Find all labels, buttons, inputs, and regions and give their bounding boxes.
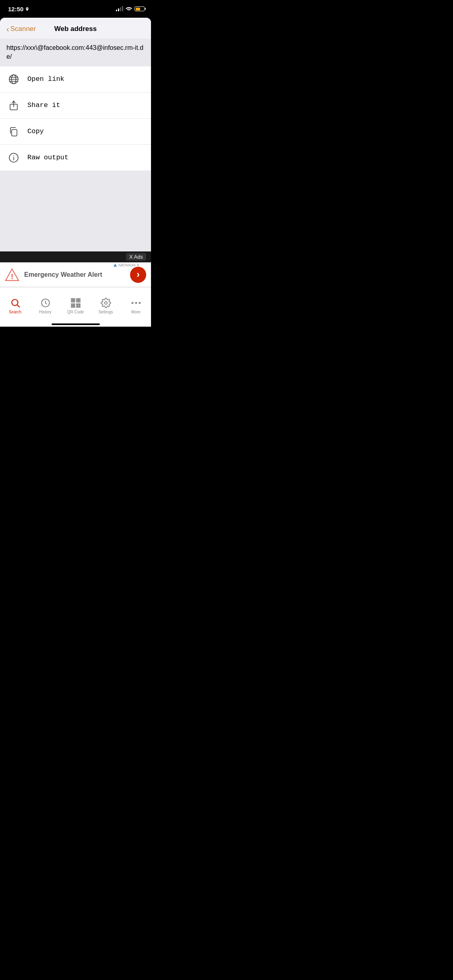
page-title: Web address	[54, 25, 97, 33]
qrcode-tab-icon	[70, 298, 81, 308]
svg-rect-22	[72, 305, 74, 306]
ad-close-row: X Ads	[0, 251, 151, 262]
close-ads-button[interactable]: X Ads	[126, 253, 146, 261]
nav-bar: ‹ Scanner Web address	[0, 18, 151, 39]
open-link-item[interactable]: Open link	[0, 66, 151, 93]
tab-qrcode[interactable]: QR Code	[60, 287, 91, 320]
back-label: Scanner	[10, 25, 36, 33]
history-tab-label: History	[39, 310, 52, 314]
tab-history[interactable]: History	[30, 287, 60, 320]
svg-text:!: !	[11, 273, 13, 281]
share-icon	[6, 98, 21, 113]
search-tab-label: Search	[9, 310, 22, 314]
warning-icon: !	[5, 268, 19, 282]
more-tab-icon	[131, 298, 141, 308]
qrcode-tab-label: QR Code	[67, 310, 84, 314]
raw-output-label: Raw output	[27, 154, 68, 161]
back-chevron-icon: ‹	[6, 25, 9, 34]
history-tab-icon	[40, 298, 51, 308]
copy-icon	[6, 124, 21, 139]
tab-search[interactable]: Search	[0, 287, 30, 320]
svg-rect-26	[77, 306, 78, 307]
settings-tab-label: Settings	[98, 310, 113, 314]
status-bar: 12:50	[0, 0, 151, 18]
status-time: 12:50	[8, 6, 29, 12]
ad-banner-wrapper: ! Emergency Weather Alert AdChoices ✕ ›	[0, 262, 151, 287]
raw-output-item[interactable]: Raw output	[0, 145, 151, 171]
svg-line-15	[17, 305, 19, 307]
back-button[interactable]: ‹ Scanner	[6, 25, 36, 34]
svg-rect-7	[12, 130, 17, 136]
info-icon	[6, 150, 21, 165]
svg-point-30	[135, 302, 137, 304]
svg-rect-20	[77, 299, 79, 301]
adchoices-icon: AdChoices ✕	[113, 263, 140, 267]
svg-rect-24	[77, 304, 78, 305]
status-icons	[116, 6, 145, 12]
url-display: https://xxx\@facebook.com:443@infosec.rm…	[0, 39, 151, 66]
ad-banner[interactable]: ! Emergency Weather Alert AdChoices ✕ ›	[0, 262, 151, 287]
svg-rect-18	[72, 299, 74, 301]
wifi-icon	[126, 6, 132, 12]
tab-more[interactable]: More	[121, 287, 151, 320]
tab-bar: Search History	[0, 287, 151, 320]
copy-item[interactable]: Copy	[0, 119, 151, 145]
svg-rect-27	[79, 306, 80, 307]
empty-gray-area	[0, 171, 151, 251]
signal-icon	[116, 6, 123, 11]
ad-text: Emergency Weather Alert	[24, 271, 125, 278]
more-tab-label: More	[131, 310, 141, 314]
settings-tab-icon	[101, 298, 111, 308]
menu-list: Open link Share it Copy	[0, 66, 151, 171]
svg-point-28	[104, 301, 107, 304]
share-it-label: Share it	[27, 101, 60, 109]
main-content: ‹ Scanner Web address https://xxx\@faceb…	[0, 18, 151, 327]
location-icon	[25, 7, 29, 11]
tab-settings[interactable]: Settings	[91, 287, 121, 320]
copy-label: Copy	[27, 128, 44, 135]
svg-rect-25	[79, 304, 80, 305]
search-tab-icon	[10, 298, 21, 308]
svg-point-14	[12, 299, 18, 305]
open-link-label: Open link	[27, 75, 64, 83]
globe-icon	[6, 72, 21, 86]
svg-point-10	[14, 155, 14, 156]
svg-point-29	[131, 302, 133, 304]
share-it-item[interactable]: Share it	[0, 93, 151, 119]
ad-arrow-button[interactable]: ›	[130, 267, 146, 283]
home-indicator	[0, 320, 151, 327]
svg-marker-13	[114, 264, 117, 267]
svg-point-31	[139, 302, 141, 304]
home-bar	[52, 323, 100, 325]
battery-icon	[134, 6, 145, 11]
